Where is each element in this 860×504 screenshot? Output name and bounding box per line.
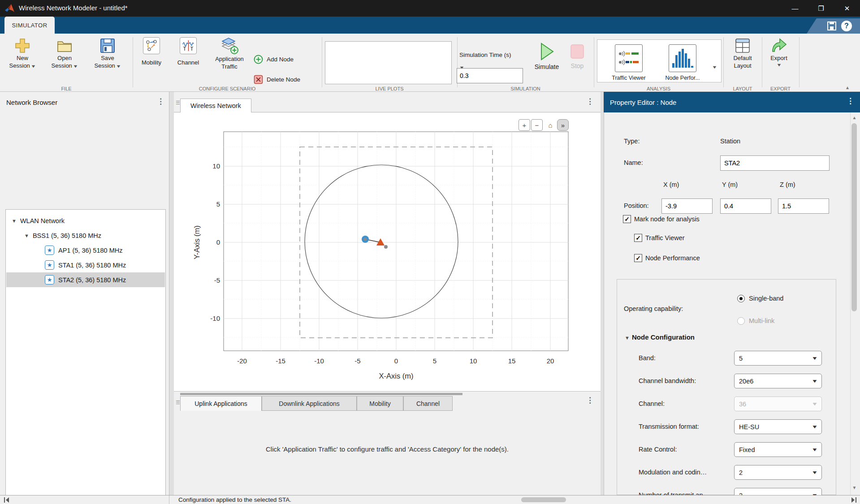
tree-item-bss1[interactable]: ▼ BSS1 (5, 36) 5180 MHz	[6, 228, 165, 243]
node-config-expander-icon[interactable]: ▼	[625, 335, 630, 340]
minimize-button[interactable]: —	[782, 0, 808, 17]
simulation-time-input[interactable]	[457, 68, 523, 83]
tab-channel[interactable]: Channel	[403, 396, 453, 411]
close-button[interactable]: ✕	[834, 0, 860, 17]
default-layout-button[interactable]: Default Layout	[725, 37, 760, 69]
scroll-down-icon[interactable]: ▼	[851, 485, 858, 490]
node-star-icon: ★	[45, 246, 54, 255]
tab-simulator[interactable]: SIMULATOR	[4, 17, 55, 34]
position-z-input[interactable]	[778, 198, 829, 214]
property-editor-title: Property Editor : Node	[610, 99, 676, 106]
dropdown-caret-icon: ▼	[712, 65, 717, 69]
collapse-right-icon[interactable]	[851, 497, 857, 503]
delete-node-button[interactable]: Delete Node	[254, 75, 300, 84]
quick-save-icon[interactable]	[827, 21, 837, 31]
splitter-handle[interactable]	[180, 393, 462, 395]
y-tick: 5	[216, 200, 220, 208]
horizontal-scrollbar-thumb[interactable]	[521, 497, 566, 502]
add-node-button[interactable]: Add Node	[254, 55, 294, 64]
traffic-viewer-button[interactable]: Traffic Viewer	[604, 44, 653, 81]
position-x-header: X (m)	[663, 181, 679, 188]
document-tab-bar: ☰ Wireless Network ⋮	[174, 92, 601, 112]
traffic-viewer-checkbox[interactable]: ✓	[634, 234, 642, 242]
help-icon[interactable]: ?	[841, 21, 852, 31]
dropdown-caret-icon: ▼	[31, 63, 36, 70]
tab-uplink-applications[interactable]: Uplink Applications	[180, 396, 262, 411]
new-session-button[interactable]: New Session ▼	[3, 37, 42, 70]
ribbon-tab-strip: SIMULATOR ?	[0, 17, 860, 34]
tab-downlink-applications[interactable]: Downlink Applications	[262, 396, 357, 411]
open-session-button[interactable]: Open Session ▼	[45, 37, 84, 70]
node-star-icon: ★	[45, 260, 54, 270]
scrollbar-thumb[interactable]	[851, 123, 857, 311]
channel-icon	[180, 37, 197, 54]
network-browser-menu-icon[interactable]: ⋮	[157, 99, 164, 105]
stop-icon	[570, 43, 585, 60]
channel-button[interactable]: Channel	[172, 37, 204, 66]
node-performance-checkbox[interactable]: ✓	[634, 254, 642, 262]
document-menu-icon[interactable]: ⋮	[586, 99, 594, 105]
expand-tools-button[interactable]: »	[557, 119, 569, 131]
collapse-ribbon-button[interactable]: ▴	[846, 84, 849, 90]
bottom-panel-menu-icon[interactable]: ⋮	[586, 397, 594, 404]
section-divider	[799, 37, 799, 87]
section-label-file: FILE	[0, 86, 133, 91]
operating-capability-label: Operating capability:	[624, 305, 683, 312]
save-session-button[interactable]: Save Session ▼	[88, 37, 127, 70]
x-tick: 0	[394, 357, 398, 365]
scroll-up-icon[interactable]: ▲	[851, 115, 858, 120]
channel-bandwidth-dropdown[interactable]: 20e6▼	[734, 374, 822, 388]
horizontal-splitter[interactable]	[174, 391, 601, 396]
node-marker-sta1[interactable]	[384, 245, 388, 249]
tab-mobility[interactable]: Mobility	[357, 396, 403, 411]
mobility-button[interactable]: Mobility	[135, 37, 168, 66]
expander-icon[interactable]: ▼	[12, 218, 17, 224]
y-tick: 0	[216, 238, 220, 246]
node-performance-icon	[669, 44, 696, 72]
tree-item-sta1[interactable]: ★ STA1 (5, 36) 5180 MHz	[6, 258, 165, 272]
export-button[interactable]: Export ▼	[763, 37, 795, 67]
mark-node-checkbox[interactable]: ✓	[623, 215, 631, 223]
home-view-button[interactable]: ⌂	[545, 119, 556, 131]
tree-item-sta2-selected[interactable]: ★ STA2 (5, 36) 5180 MHz	[6, 272, 165, 287]
node-performance-button[interactable]: Node Perfor...	[657, 44, 709, 81]
network-browser-title: Network Browser	[6, 99, 57, 106]
position-y-input[interactable]	[720, 198, 771, 214]
network-tree: ▼ WLAN Network ▼ BSS1 (5, 36) 5180 MHz ★…	[5, 209, 166, 504]
zoom-out-button[interactable]: −	[531, 119, 543, 131]
multi-link-label: Multi-link	[749, 317, 774, 324]
band-label: Band:	[639, 354, 656, 362]
tab-wireless-network[interactable]: Wireless Network	[180, 99, 251, 112]
expander-icon[interactable]: ▼	[24, 233, 29, 238]
single-band-radio[interactable]	[737, 295, 745, 302]
property-editor-scrollbar[interactable]: ▲ ▼	[850, 112, 858, 495]
default-layout-icon	[734, 37, 751, 54]
dropdown-caret-icon: ▼	[812, 356, 818, 361]
zoom-in-button[interactable]: +	[519, 119, 530, 131]
status-message: Configuration applied to the selected ST…	[178, 496, 291, 503]
panel-grip-icon[interactable]: ☰	[176, 400, 180, 405]
channel-dropdown: 36▼	[734, 396, 822, 411]
band-dropdown[interactable]: 5▼	[734, 351, 822, 366]
x-tick: 5	[433, 357, 436, 365]
position-z-header: Z (m)	[780, 181, 795, 188]
position-x-input[interactable]	[661, 198, 713, 214]
mcs-dropdown[interactable]: 2▼	[734, 465, 822, 480]
collapse-left-icon[interactable]	[4, 497, 10, 503]
name-input[interactable]	[720, 155, 830, 171]
rate-control-dropdown[interactable]: Fixed▼	[734, 442, 822, 457]
restore-button[interactable]: ❐	[808, 0, 834, 17]
tree-item-wlan-network[interactable]: ▼ WLAN Network	[6, 213, 165, 228]
quick-access-toolbar: ?	[807, 18, 860, 34]
stop-button: Stop	[565, 43, 590, 70]
dropdown-caret-icon: ▼	[812, 401, 818, 406]
property-editor-menu-icon[interactable]: ⋮	[847, 98, 854, 104]
transmission-format-dropdown[interactable]: HE-SU▼	[734, 419, 822, 434]
section-label-export: EXPORT	[762, 86, 799, 91]
panel-grip-icon[interactable]: ☰	[176, 100, 180, 106]
simulate-button[interactable]: Simulate	[531, 42, 563, 71]
live-plots-gallery[interactable]	[325, 41, 452, 84]
analysis-gallery-dropdown-button[interactable]: ▼	[709, 62, 720, 73]
application-traffic-button[interactable]: Application Traffic	[209, 37, 250, 70]
tree-item-ap1[interactable]: ★ AP1 (5, 36) 5180 MHz	[6, 243, 165, 258]
